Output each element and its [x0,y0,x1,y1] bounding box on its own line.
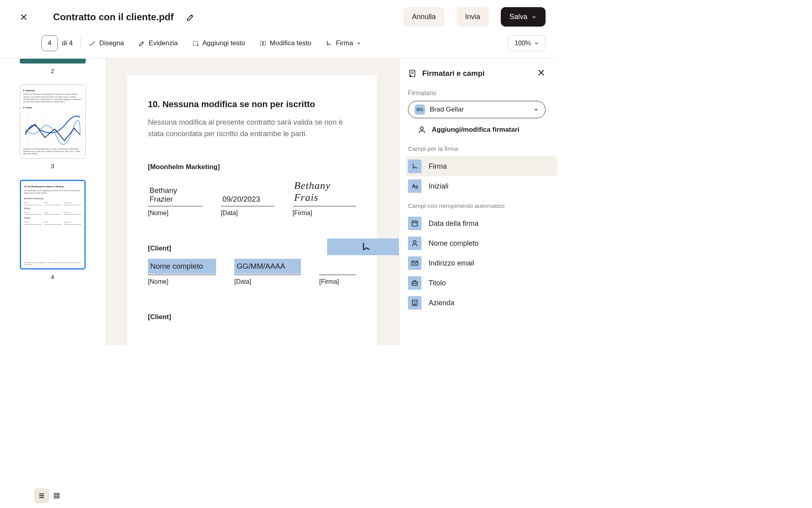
add-text-icon [192,40,199,47]
field-label: Nome completo [429,239,479,248]
close-button[interactable] [18,12,29,23]
party-label: [Moonhelm Marketing] [148,163,356,171]
document-canvas[interactable]: 10. Nessuna modifica se non per iscritto… [105,59,399,345]
tool-draw-label: Disegna [99,39,124,47]
field-group-signature: Campi per la firma [408,145,546,152]
tool-sign-label: Firma [336,39,353,47]
signer-select[interactable]: BG Brad Gellar [408,101,546,118]
field-label: Azienda [429,299,454,307]
thumb-party: [Client] [24,217,81,219]
signers-panel: Firmatari e campi Firmatario BG Brad Gel… [399,59,557,345]
svg-point-10 [410,75,411,76]
building-icon [408,296,421,310]
panel-close-button[interactable] [537,68,546,79]
signer-avatar: BG [415,104,425,115]
party-label: [Client] [148,244,356,252]
svg-rect-16 [412,300,417,305]
field-label-date: [Data] [221,210,274,217]
field-signature[interactable]: Firma [406,156,557,176]
thumb-text: Statistics is the study and application … [23,93,82,103]
thumbnail-number: 3 [13,163,92,169]
edit-text-icon [259,40,266,47]
field-group-auto: Campi con riempimento automatico [408,202,546,210]
field-label-signature: [Firma] [319,278,356,285]
field-label-date: [Data] [234,278,301,285]
svg-point-11 [420,127,423,130]
signer2-signature-field[interactable] [327,239,399,255]
tool-edit-text[interactable]: Modifica testo [259,39,311,47]
signature-icon [408,160,421,173]
email-icon [408,256,421,270]
field-label: Firma [429,162,447,171]
field-title[interactable]: Titolo [408,273,546,293]
thumbnail-number: 2 [13,67,92,74]
briefcase-icon [408,276,421,290]
signer2-name-field[interactable]: Nome completo [148,259,216,274]
thumb-text: No modification on this agreement shall … [24,190,81,194]
chevron-down-icon [531,14,537,20]
initials-icon [408,179,421,193]
document-page: 10. Nessuna modifica se non per iscritto… [127,75,377,345]
person-icon [408,237,421,250]
chevron-down-icon [533,107,539,112]
user-icon [417,125,426,134]
zoom-dropdown[interactable]: 100% [508,35,546,51]
signer-name: Brad Gellar [430,106,529,114]
field-company[interactable]: Azienda [408,293,546,313]
field-initials[interactable]: Iniziali [408,176,546,196]
signer2-signature-line[interactable] [319,262,356,275]
close-icon [537,68,546,77]
separator [80,38,81,49]
party-label: [Client] [148,313,356,321]
tool-sign[interactable]: Firma [326,39,361,47]
draw-icon [89,40,96,47]
field-email[interactable]: Indirizzo email [408,253,546,273]
cancel-button[interactable]: Annulla [403,7,444,27]
thumb-party: [Moonhelm Marketing] [24,198,81,200]
field-label-signature: [Firma] [293,210,356,217]
field-label: Data della firma [429,219,479,228]
signer2-date-field[interactable]: GG/MM/AAAA [234,259,301,274]
tool-highlight[interactable]: Evidenzia [138,39,178,47]
save-button[interactable]: Salva [501,7,546,27]
highlight-icon [138,40,146,47]
thumbnail-number: 4 [13,273,92,280]
field-label: Titolo [429,279,446,287]
thumb-text: A graph is a visual representation of da… [23,148,82,156]
field-label: Iniziali [429,182,448,190]
chevron-down-icon [534,41,539,46]
page-input[interactable]: 4 [41,35,58,51]
save-label: Salva [509,13,527,21]
tool-add-text-label: Aggiungi testo [203,39,245,47]
section-title: 10. Nessuna modifica se non per iscritto [148,99,356,110]
panel-title: Firmatari e campi [422,69,531,78]
document-title: Contratto con il cliente.pdf [53,12,174,23]
thumbnail-page-3[interactable]: 8. Statistics Statistics is the study an… [20,85,86,159]
tool-edit-text-label: Modifica testo [270,39,311,47]
add-edit-signers-button[interactable]: Aggiungi/modifica firmatari [417,125,546,134]
thumbnail-page-2[interactable] [20,59,86,64]
signer1-name: Bethany Frazier [148,184,203,206]
thumb-heading: 8. Statistics [23,89,82,92]
signer1-signature: Bethany Frais [293,177,356,206]
send-button[interactable]: Invia [456,7,489,27]
field-date-signed[interactable]: Data della firma [408,214,546,233]
tool-add-text[interactable]: Aggiungi testo [192,39,245,47]
sign-icon [326,40,333,47]
signer1-date: 09/20/2023 [221,192,274,206]
section-body: Nessuna modifica al presente contratto s… [148,117,356,139]
page-total-label: di 4 [62,39,73,47]
thumb-footer: No modification on this agreement shall … [24,262,81,266]
tool-draw[interactable]: Disegna [89,39,124,47]
chevron-down-icon [356,41,361,46]
signature-icon [360,241,372,253]
thumbnail-rail: 2 8. Statistics Statistics is the study … [0,59,105,345]
field-full-name[interactable]: Nome completo [408,233,546,253]
thumb-party: [Client] [24,208,81,210]
field-label: Indirizzo email [429,259,474,267]
thumbnail-page-4[interactable]: 10. No Modifications Unless in Writing N… [20,180,86,269]
signer-section-label: Firmatario [408,90,546,97]
add-edit-label: Aggiungi/modifica firmatari [432,126,519,134]
svg-rect-0 [193,41,197,46]
edit-title-button[interactable] [186,13,195,21]
